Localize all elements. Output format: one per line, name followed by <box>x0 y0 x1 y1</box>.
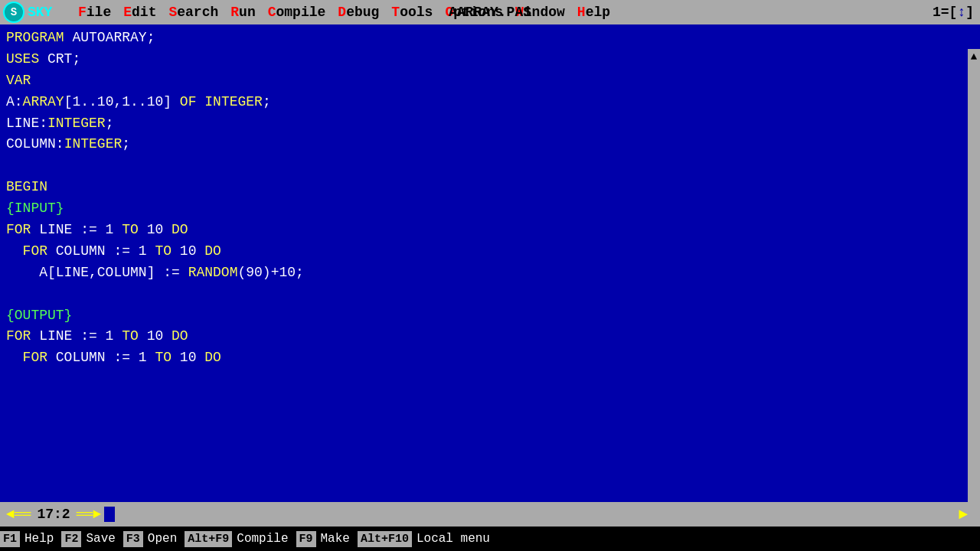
logo-text: SKY <box>28 5 52 20</box>
code-line: USES CRT; <box>6 49 974 70</box>
fn-label-make: Make <box>316 530 354 547</box>
main-container: S SKY File Edit Search Run Compile Debug… <box>0 0 980 551</box>
code-line <box>6 412 974 433</box>
menu-run[interactable]: Run <box>224 3 261 21</box>
menu-help[interactable]: Help <box>571 3 616 21</box>
code-line: LINE:INTEGER; <box>6 113 974 135</box>
menu-edit[interactable]: Edit <box>117 3 162 21</box>
cursor-indicator <box>104 507 115 522</box>
cursor-position: 17:2 <box>37 507 70 522</box>
code-line: FOR LINE := 1 TO 10 DO <box>6 326 974 347</box>
editor-wrapper: PROGRAM AUTOARRAY;USES CRT;VARA:ARRAY[1.… <box>0 24 980 502</box>
fn-label-open: Open <box>143 530 181 547</box>
menu-compile[interactable]: Compile <box>262 3 332 21</box>
menu-search[interactable]: Search <box>162 3 224 21</box>
fn-make[interactable]: F9 Make <box>296 530 354 547</box>
fn-label-local-menu: Local menu <box>412 530 495 547</box>
code-line: VAR <box>6 70 974 92</box>
code-line: FOR COLUMN := 1 TO 10 DO <box>6 347 974 369</box>
fn-key-f2[interactable]: F2 <box>61 531 81 547</box>
logo-icon: S <box>3 2 24 23</box>
code-line <box>6 390 974 412</box>
menu-file[interactable]: File <box>72 3 117 21</box>
fn-key-f9[interactable]: F9 <box>296 531 316 547</box>
code-line <box>6 369 974 390</box>
fn-key-f1[interactable]: F1 <box>0 531 20 547</box>
code-line: PROGRAM AUTOARRAY; <box>6 28 974 49</box>
scroll-left-indicator: ◄══ <box>6 507 31 522</box>
code-line: COLUMN:INTEGER; <box>6 134 974 155</box>
file-title: AARRAY.PAS <box>449 5 531 20</box>
fn-key-f3[interactable]: F3 <box>123 531 143 547</box>
window-indicator: 1=[↕] <box>933 5 974 20</box>
menu-bar: S SKY File Edit Search Run Compile Debug… <box>0 0 980 24</box>
code-editor[interactable]: PROGRAM AUTOARRAY;USES CRT;VARA:ARRAY[1.… <box>0 24 980 502</box>
fn-label-save: Save <box>81 530 119 547</box>
fn-key-altf10[interactable]: Alt+F10 <box>358 531 412 547</box>
code-line: FOR COLUMN := 1 TO 10 DO <box>6 241 974 262</box>
fn-compile[interactable]: Alt+F9 Compile <box>185 530 292 547</box>
menu-debug[interactable]: Debug <box>332 3 385 21</box>
status-bar: ◄══ 17:2 ══► ► <box>0 502 980 527</box>
scroll-right-indicator: ══► <box>77 507 101 522</box>
code-line: {INPUT} <box>6 198 974 220</box>
fn-help[interactable]: F1 Help <box>0 530 58 547</box>
fn-key-altf9[interactable]: Alt+F9 <box>185 531 232 547</box>
code-line: A[LINE,COLUMN] := RANDOM(90)+10; <box>6 262 974 284</box>
code-line <box>6 155 974 177</box>
code-line: {OUTPUT} <box>6 305 974 327</box>
code-line: BEGIN <box>6 177 974 198</box>
fn-label-help: Help <box>20 530 58 547</box>
menu-tools[interactable]: Tools <box>385 3 439 21</box>
code-line <box>6 284 974 305</box>
function-keys-bar: F1 Help F2 Save F3 Open Alt+F9 Compile F… <box>0 527 980 551</box>
fn-local-menu[interactable]: Alt+F10 Local menu <box>358 530 495 547</box>
code-line: FOR LINE := 1 TO 10 DO <box>6 220 974 241</box>
fn-open[interactable]: F3 Open <box>123 530 181 547</box>
fn-label-compile: Compile <box>232 530 292 547</box>
code-line: A:ARRAY[1..10,1..10] OF INTEGER; <box>6 92 974 113</box>
code-lines-container: PROGRAM AUTOARRAY;USES CRT;VARA:ARRAY[1.… <box>6 28 974 433</box>
scroll-arrow-right[interactable]: ► <box>959 506 968 523</box>
scrollbar-vertical[interactable]: ▲ ▼ <box>968 49 980 502</box>
fn-save[interactable]: F2 Save <box>61 530 119 547</box>
scroll-up-button[interactable]: ▲ <box>969 49 978 64</box>
logo-area: S SKY <box>3 2 52 23</box>
